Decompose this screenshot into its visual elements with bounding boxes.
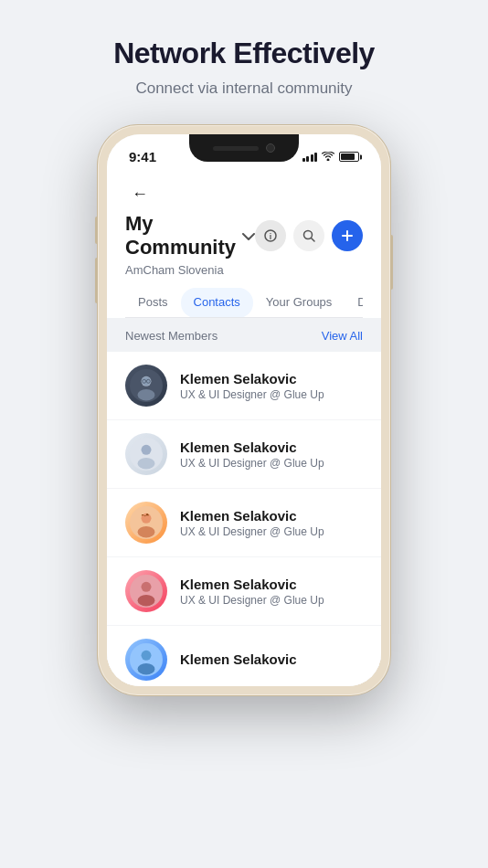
member-name: Klemen Selakovic xyxy=(180,439,363,455)
list-item[interactable]: Klemen Selakovic UX & UI Designer @ Glue… xyxy=(107,420,381,489)
battery-icon xyxy=(339,152,359,162)
svg-point-21 xyxy=(138,595,155,607)
plus-icon xyxy=(341,229,354,242)
add-button[interactable] xyxy=(332,220,363,251)
avatar-image xyxy=(130,575,163,608)
avatar-image xyxy=(130,506,163,539)
status-bar: 9:41 xyxy=(107,134,381,170)
notch xyxy=(189,134,299,162)
header-actions: i xyxy=(255,220,363,251)
svg-point-15 xyxy=(138,458,155,470)
list-item[interactable]: Klemen Selakovic xyxy=(107,626,381,686)
phone-screen: 9:41 xyxy=(107,134,381,686)
info-icon: i xyxy=(264,229,277,242)
tab-contacts[interactable]: Contacts xyxy=(181,288,253,318)
app-content: ← My Community xyxy=(107,170,381,686)
avatar xyxy=(125,639,167,681)
svg-text:i: i xyxy=(270,232,272,241)
member-role: UX & UI Designer @ Glue Up xyxy=(180,594,363,607)
back-arrow-icon: ← xyxy=(132,185,148,204)
tab-discover[interactable]: Discover xyxy=(345,288,363,318)
section-title: Newest Members xyxy=(125,329,217,343)
community-name: My Community xyxy=(125,212,239,259)
community-org: AmCham Slovenia xyxy=(125,263,363,277)
member-role: UX & UI Designer @ Glue Up xyxy=(180,388,363,401)
avatar xyxy=(125,502,167,544)
member-info: Klemen Selakovic UX & UI Designer @ Glue… xyxy=(180,439,363,470)
svg-point-14 xyxy=(142,445,152,455)
community-title-row: My Community xyxy=(125,212,255,259)
page-subtitle: Connect via internal community xyxy=(113,79,375,98)
section-header: Newest Members View All xyxy=(107,329,381,352)
search-button[interactable] xyxy=(293,220,324,251)
community-header: My Community i xyxy=(125,212,363,259)
status-time: 9:41 xyxy=(129,147,156,164)
notch-camera xyxy=(266,143,275,153)
member-role: UX & UI Designer @ Glue Up xyxy=(180,457,363,470)
avatar xyxy=(125,365,167,407)
members-list: Klemen Selakovic UX & UI Designer @ Glue… xyxy=(107,352,381,686)
svg-point-20 xyxy=(142,582,152,592)
avatar-image xyxy=(130,369,163,402)
page-title: Network Effectively xyxy=(113,37,375,70)
tab-your-groups[interactable]: Your Groups xyxy=(253,288,345,318)
member-info: Klemen Selakovic xyxy=(180,651,363,669)
signal-icon xyxy=(302,153,318,162)
battery-fill xyxy=(341,153,355,160)
list-item[interactable]: Klemen Selakovic UX & UI Designer @ Glue… xyxy=(107,489,381,557)
avatar xyxy=(125,433,167,475)
search-icon xyxy=(302,229,315,242)
back-button[interactable]: ← xyxy=(125,179,154,208)
list-item[interactable]: Klemen Selakovic UX & UI Designer @ Glue… xyxy=(107,352,381,420)
volume-button xyxy=(95,258,98,303)
avatar-image xyxy=(130,438,163,471)
svg-point-23 xyxy=(142,651,152,661)
view-all-button[interactable]: View All xyxy=(322,329,363,343)
member-info: Klemen Selakovic UX & UI Designer @ Glue… xyxy=(180,371,363,401)
tabs-container: Posts Contacts Your Groups Discover Docu xyxy=(125,288,363,318)
list-item[interactable]: Klemen Selakovic UX & UI Designer @ Glue… xyxy=(107,557,381,626)
member-role: UX & UI Designer @ Glue Up xyxy=(180,525,363,538)
svg-point-24 xyxy=(138,663,155,675)
status-icons xyxy=(302,149,360,164)
svg-point-18 xyxy=(138,526,155,538)
app-header: ← My Community xyxy=(107,170,381,318)
avatar xyxy=(125,570,167,612)
avatar-image xyxy=(130,643,163,676)
member-name: Klemen Selakovic xyxy=(180,508,363,524)
member-name: Klemen Selakovic xyxy=(180,371,363,386)
page-header: Network Effectively Connect via internal… xyxy=(95,0,393,116)
member-name: Klemen Selakovic xyxy=(180,577,363,592)
members-section: Newest Members View All xyxy=(107,318,381,686)
svg-point-8 xyxy=(138,389,155,401)
tab-posts[interactable]: Posts xyxy=(125,288,181,318)
member-info: Klemen Selakovic UX & UI Designer @ Glue… xyxy=(180,577,363,607)
phone-frame: 9:41 xyxy=(98,125,390,695)
power-button xyxy=(390,235,393,290)
info-button[interactable]: i xyxy=(255,220,286,251)
member-name: Klemen Selakovic xyxy=(180,651,363,667)
svg-line-3 xyxy=(312,238,315,242)
chevron-down-icon[interactable] xyxy=(242,228,255,243)
wifi-icon xyxy=(322,151,334,164)
member-info: Klemen Selakovic UX & UI Designer @ Glue… xyxy=(180,508,363,538)
notch-speaker xyxy=(213,146,259,151)
phone-wrapper: 9:41 xyxy=(98,125,390,695)
